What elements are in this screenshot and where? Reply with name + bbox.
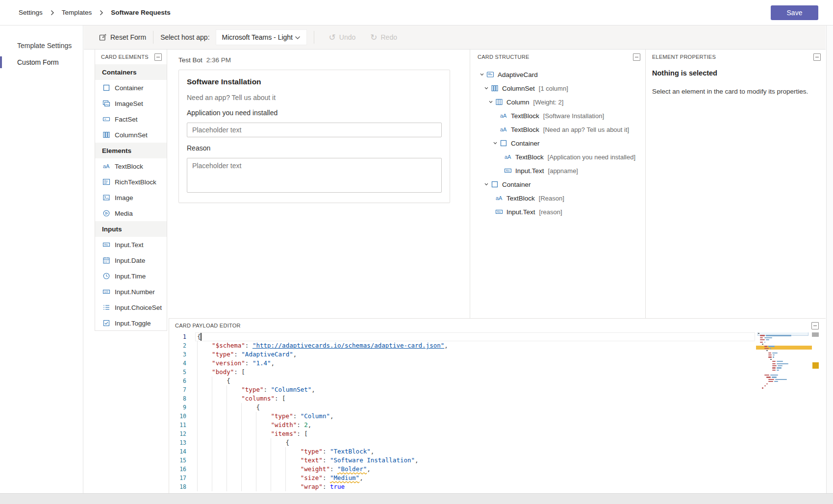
element-item-input-choiceset[interactable]: Input.ChoiceSet xyxy=(95,300,167,315)
tree-node-input-text[interactable]: AbcInput.Text[appname] xyxy=(470,164,645,177)
textblock-icon: aA xyxy=(500,112,507,120)
tree-node-label: TextBlock xyxy=(515,153,544,161)
tree-node-container[interactable]: Container xyxy=(470,177,645,191)
code-line[interactable]: 1{ xyxy=(169,332,826,341)
line-number: 2 xyxy=(169,341,186,350)
element-item-textblock[interactable]: aATextBlock xyxy=(95,158,167,174)
collapse-panel-icon[interactable] xyxy=(633,53,640,61)
horizontal-scrollbar-track[interactable] xyxy=(0,493,833,504)
chevron-down-icon[interactable] xyxy=(486,100,495,104)
save-button[interactable]: Save xyxy=(771,5,818,20)
preview-sender-name: Test Bot xyxy=(178,56,202,64)
reason-text-input[interactable]: Placeholder text xyxy=(187,158,442,193)
element-item-imageset[interactable]: ImageSet xyxy=(95,96,167,111)
adaptive-card-preview[interactable]: Software Installation Need an app? Tell … xyxy=(178,70,450,203)
preview-timestamp: 2:36 PM xyxy=(206,56,231,64)
reset-form-button[interactable]: Reset Form xyxy=(99,33,146,41)
element-item-input-date[interactable]: Input.Date xyxy=(95,252,167,268)
code-line[interactable]: 12 "items": [ xyxy=(169,429,826,438)
card-title-textblock[interactable]: Software Installation xyxy=(187,77,442,86)
line-number: 7 xyxy=(169,385,186,394)
code-text: "width": 2, xyxy=(197,421,311,429)
minimap-mark xyxy=(768,381,773,382)
element-item-columnset[interactable]: ColumnSet xyxy=(95,127,167,143)
code-line[interactable]: 9 { xyxy=(169,403,826,412)
undo-button[interactable]: ↺ Undo xyxy=(329,33,356,42)
page-scrollbar-track[interactable] xyxy=(826,25,833,493)
minimap-mark xyxy=(768,354,772,355)
code-line[interactable]: 8 "columns": [ xyxy=(169,394,826,403)
tree-node-container[interactable]: Container xyxy=(470,136,645,150)
tree-node-textblock[interactable]: aATextBlock[Software Installation] xyxy=(470,109,645,123)
code-line[interactable]: 16 "weight": "Bolder", xyxy=(169,465,826,474)
element-item-input-text[interactable]: AbcInput.Text xyxy=(95,237,167,252)
card-field-label[interactable]: Application you need installed xyxy=(187,109,442,117)
code-line[interactable]: 14 "type": "TextBlock", xyxy=(169,447,826,456)
editor-scrollbar[interactable] xyxy=(811,332,819,494)
element-item-label: ImageSet xyxy=(115,100,143,107)
element-item-image[interactable]: Image xyxy=(95,190,167,205)
card-structure-tree: AdaptiveCardColumnSet[1 column]Column[We… xyxy=(470,68,645,219)
element-item-label: Input.ChoiceSet xyxy=(115,304,162,311)
code-line[interactable]: 5 "body": [ xyxy=(169,368,826,377)
tree-node-textblock[interactable]: aATextBlock[Application you need install… xyxy=(470,150,645,164)
element-item-factset[interactable]: FactSet xyxy=(95,111,167,127)
code-line[interactable]: 6 { xyxy=(169,377,826,385)
code-line[interactable]: 3 "type": "AdaptiveCard", xyxy=(169,350,826,359)
code-line[interactable]: 10 "type": "Column", xyxy=(169,412,826,421)
scrollbar-thumb[interactable] xyxy=(812,332,819,337)
minimap-mark xyxy=(764,375,769,376)
element-item-input-time[interactable]: Input.Time xyxy=(95,268,167,284)
chevron-down-icon[interactable] xyxy=(482,182,491,187)
code-line[interactable]: 13 { xyxy=(169,438,826,447)
host-app-select[interactable]: Microsoft Teams - Light xyxy=(216,29,307,45)
element-item-input-toggle[interactable]: Input.Toggle xyxy=(95,315,167,331)
code-text: "type": "TextBlock", xyxy=(197,447,374,456)
textblock-icon: aA xyxy=(102,162,110,170)
element-item-input-number[interactable]: 123Input.Number xyxy=(95,284,167,300)
adaptive-card-icon xyxy=(486,71,494,78)
appname-text-input[interactable]: Placeholder text xyxy=(187,123,442,137)
line-number: 14 xyxy=(169,447,186,456)
editor-minimap[interactable] xyxy=(756,332,812,494)
chevron-down-icon[interactable] xyxy=(491,141,500,146)
tree-node-adaptivecard[interactable]: AdaptiveCard xyxy=(470,68,645,81)
element-item-label: Input.Toggle xyxy=(115,320,151,327)
sidebar-item-template-settings[interactable]: Template Settings xyxy=(0,37,83,54)
tree-node-columnset[interactable]: ColumnSet[1 column] xyxy=(470,81,645,95)
textblock-icon: aA xyxy=(500,126,507,133)
code-line[interactable]: 7 "type": "ColumnSet", xyxy=(169,385,826,394)
minimap-mark xyxy=(760,342,763,343)
sidebar-item-custom-form[interactable]: Custom Form xyxy=(0,54,83,71)
minimap-mark xyxy=(764,342,766,343)
card-subtitle-textblock[interactable]: Need an app? Tell us about it xyxy=(187,94,442,101)
chevron-down-icon[interactable] xyxy=(478,72,486,77)
element-item-container[interactable]: Container xyxy=(95,80,167,96)
tree-node-input-text[interactable]: AbcInput.Text[reason] xyxy=(470,205,645,219)
chevron-down-icon[interactable] xyxy=(482,86,491,91)
tree-node-column[interactable]: Column[Weight: 2] xyxy=(470,95,645,109)
tree-node-textblock[interactable]: aATextBlock[Need an app? Tell us about i… xyxy=(470,123,645,136)
tree-node-textblock[interactable]: aATextBlock[Reason] xyxy=(470,191,645,205)
minimap-mark xyxy=(772,361,775,362)
breadcrumb-templates[interactable]: Templates xyxy=(62,9,92,16)
code-line[interactable]: 4 "version": "1.4", xyxy=(169,359,826,368)
redo-button[interactable]: ↻ Redo xyxy=(370,33,397,42)
tree-node-meta: [Software Installation] xyxy=(543,112,604,120)
container-icon xyxy=(102,84,110,92)
left-sidebar: Template Settings Custom Form xyxy=(0,25,83,493)
json-code-editor[interactable]: 1{2 "$schema": "http://adaptivecards.io/… xyxy=(169,332,826,494)
code-line[interactable]: 11 "width": 2, xyxy=(169,421,826,429)
breadcrumb-settings[interactable]: Settings xyxy=(19,9,43,16)
element-item-media[interactable]: Media xyxy=(95,205,167,221)
code-line[interactable]: 17 "size": "Medium", xyxy=(169,474,826,482)
code-line[interactable]: 18 "wrap": true xyxy=(169,482,826,491)
collapse-panel-icon[interactable] xyxy=(811,322,819,329)
code-line[interactable]: 15 "text": "Software Installation", xyxy=(169,456,826,465)
code-line[interactable]: 2 "$schema": "http://adaptivecards.io/sc… xyxy=(169,341,826,350)
element-properties-header: ELEMENT PROPERTIES xyxy=(646,50,826,64)
card-field-label[interactable]: Reason xyxy=(187,144,442,152)
collapse-panel-icon[interactable] xyxy=(154,53,162,61)
collapse-panel-icon[interactable] xyxy=(813,53,821,61)
element-item-richtextblock[interactable]: AbcdefRichTextBlock xyxy=(95,174,167,190)
